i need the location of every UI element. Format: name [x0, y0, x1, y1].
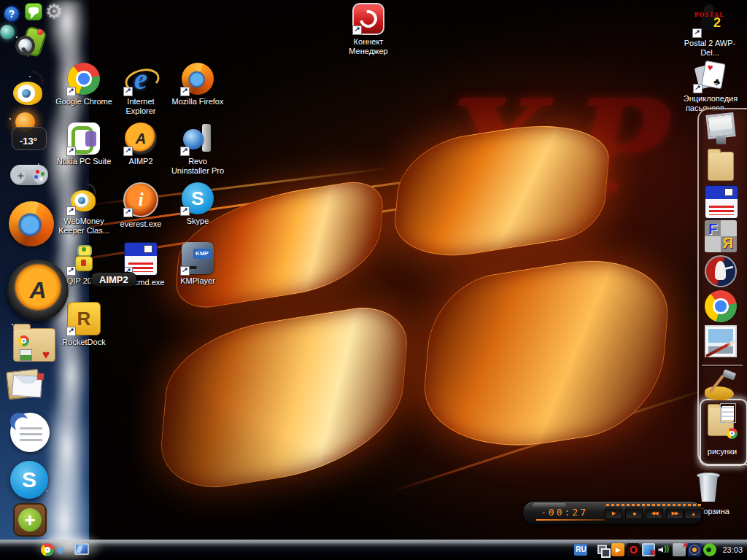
solitaire-cards-icon: ♥♣ [694, 60, 727, 92]
shortcut-arrow-icon [66, 327, 76, 336]
desktop-icon-skype[interactable]: S Skype [169, 182, 226, 226]
tray-safely-remove-icon[interactable]: × [673, 543, 686, 556]
dock-firefox-icon[interactable] [9, 201, 54, 246]
total-commander-icon [124, 242, 158, 276]
forward-button[interactable]: ▶▶ [666, 508, 684, 519]
shortcut-arrow-icon [692, 28, 702, 38]
dock-orb-icon[interactable] [0, 25, 15, 39]
desktop-icon-revo-uninstaller[interactable]: Revo Uninstaller Pro [169, 122, 226, 176]
icon-label: Revo Uninstaller Pro [169, 157, 226, 176]
dock-skype-icon[interactable]: S [10, 461, 48, 499]
tray-volume-icon[interactable]: )) [657, 543, 670, 556]
icon-label: everest.exe [112, 219, 169, 229]
icon-label: KMPlayer [169, 276, 226, 286]
icon-label: Коннект Менеджер [340, 37, 397, 56]
dock-chat-icon[interactable] [25, 3, 42, 20]
dock-webmoney-icon[interactable] [12, 71, 45, 106]
qip-icon [68, 242, 100, 274]
shortcut-arrow-icon [66, 206, 76, 216]
shortcut-arrow-icon [180, 87, 190, 96]
shortcut-arrow-icon [123, 147, 133, 156]
chrome-icon [68, 63, 100, 95]
dock-gear-icon[interactable]: ⚙ [45, 2, 63, 22]
icon-label: Mozilla Firefox [169, 97, 226, 106]
desktop-icon-kmplayer[interactable]: KMP KMPlayer [169, 242, 226, 286]
tray-nvidia-icon[interactable] [703, 543, 716, 556]
shortcut-arrow-icon [66, 266, 76, 276]
dock-weather-widget[interactable]: -13° [12, 114, 47, 150]
sidebar-folder-icon[interactable] [705, 150, 737, 182]
player-progress-bar[interactable] [536, 519, 605, 521]
desktop: XP Google Chrome e Internet Explorer Moz… [0, 0, 747, 560]
dock-spy-tool-icon[interactable] [15, 26, 47, 60]
tray-wireless-icon[interactable] [688, 543, 701, 556]
document-preview [720, 403, 736, 423]
rewind-button[interactable]: ◀◀ [646, 508, 663, 519]
rocketdock-icon: R [67, 302, 101, 335]
language-indicator[interactable]: RU [574, 544, 587, 556]
desktop-icon-aimp2[interactable]: A AIMP2 [112, 122, 169, 166]
shortcut-arrow-icon [66, 87, 76, 96]
sidebar-counter-strike-icon[interactable] [705, 255, 737, 287]
dock-mail-icon[interactable] [7, 368, 47, 405]
dock-tooltip: AIMP2 [90, 272, 137, 287]
tray-network-disconnected-icon[interactable]: × [642, 543, 655, 556]
shortcut-arrow-icon [180, 147, 190, 156]
sidebar-language-switcher-icon[interactable]: FЯ [705, 220, 737, 252]
eject-button[interactable]: ▲ [684, 508, 702, 519]
desktop-icon-solitaire-encyclopedia[interactable]: ♥♣ Энциклопедия пасьянсов. ... [674, 60, 747, 113]
stop-button[interactable]: ■ [625, 508, 643, 519]
dock-games-folder-icon[interactable]: ♥ [13, 322, 55, 363]
sidebar-hammer-icon[interactable] [705, 370, 737, 402]
sidebar-pictures-label: рисунки [696, 447, 747, 456]
nokia-pc-suite-icon [68, 122, 100, 155]
desktop-icon-connect-manager[interactable]: Коннект Менеджер [340, 3, 397, 56]
quicklaunch-chrome-icon[interactable] [41, 543, 54, 556]
kmplayer-icon: KMP [182, 242, 214, 274]
desktop-icon-everest[interactable]: i everest.exe [112, 182, 169, 229]
icon-label: Internet Explorer [112, 97, 169, 116]
internet-explorer-icon: e [125, 63, 157, 95]
sidebar-monitor-icon[interactable] [705, 113, 737, 145]
sidebar-separator [702, 365, 743, 366]
aimp-icon: A [125, 122, 157, 155]
icon-label: WebMoney Keeper Clas... [55, 217, 112, 236]
shortcut-arrow-icon [180, 206, 190, 216]
icon-label: AIMP2 [112, 157, 169, 166]
desktop-icon-internet-explorer[interactable]: e Internet Explorer [112, 63, 169, 116]
shortcut-arrow-icon [123, 87, 133, 96]
quicklaunch-ie-icon[interactable]: e [58, 543, 63, 556]
dock-openoffice-icon[interactable] [10, 413, 50, 452]
mini-chrome-icon [727, 428, 738, 439]
desktop-icon-google-chrome[interactable]: Google Chrome [55, 63, 112, 106]
desktop-icon-postal2[interactable]: POSTAL 2 Postal 2 AWP-Del... [681, 4, 738, 58]
sidebar-total-commander-icon[interactable] [705, 185, 738, 219]
mini-player[interactable]: -00:27 ▶ ■ ◀◀ ▶▶ ▲ [522, 501, 703, 525]
tray-opera-icon[interactable]: O [627, 543, 640, 556]
shortcut-arrow-icon [180, 266, 190, 276]
tray-clock[interactable]: 23:03 [722, 545, 743, 554]
sidebar-chrome-icon[interactable] [705, 290, 737, 322]
sidebar-image-editor-icon[interactable] [705, 325, 737, 357]
play-pause-button[interactable]: ▶ [605, 508, 622, 519]
dock-aimp-icon[interactable]: A [7, 260, 69, 321]
desktop-icon-rocketdock[interactable]: R RocketDock [55, 302, 112, 347]
mini-chrome-icon [18, 335, 29, 346]
webmoney-icon [68, 182, 100, 214]
tray-aimp-icon[interactable]: ▶ [611, 543, 624, 556]
mini-picture-icon [20, 349, 32, 361]
quicklaunch-display-icon[interactable] [74, 543, 89, 555]
desktop-icon-webmoney[interactable]: WebMoney Keeper Clas... [55, 182, 112, 236]
desktop-icon-nokia-pc-suite[interactable]: Nokia PC Suite [55, 122, 112, 166]
sidebar-pictures-folder-icon[interactable] [705, 405, 737, 438]
desktop-icon-mozilla-firefox[interactable]: Mozilla Firefox [169, 63, 226, 106]
tray-windows-icon[interactable] [596, 543, 609, 556]
dock-help-icon[interactable]: ? [3, 5, 20, 23]
dock-add-icon[interactable]: + [13, 503, 47, 537]
shortcut-arrow-icon [693, 84, 703, 93]
postal2-icon: POSTAL 2 [694, 4, 726, 36]
weather-temperature: -13° [12, 136, 45, 147]
dock-gamepad-icon[interactable]: + [10, 159, 48, 191]
recycle-bin-icon[interactable] [693, 470, 725, 507]
icon-label: RocketDock [55, 338, 112, 347]
